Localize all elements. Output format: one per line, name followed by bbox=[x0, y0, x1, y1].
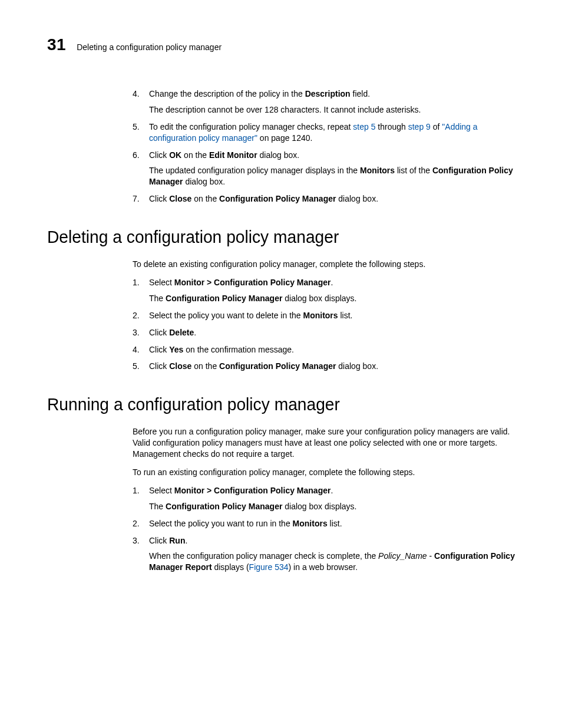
text-run: Configuration Policy Manager bbox=[166, 502, 282, 511]
text-run: Policy_Name bbox=[378, 551, 427, 561]
step-subtext: The description cannot be over 128 chara… bbox=[149, 104, 515, 116]
cross-reference-link[interactable]: step 5 bbox=[353, 122, 375, 131]
step-text: Select Monitor > Configuration Policy Ma… bbox=[149, 277, 515, 288]
step-text: Click Close on the Configuration Policy … bbox=[149, 361, 515, 372]
step-item: 1.Select Monitor > Configuration Policy … bbox=[133, 485, 515, 512]
step-number: 5. bbox=[133, 361, 140, 372]
step-subtext: The updated configuration policy manager… bbox=[149, 165, 515, 187]
text-run: dialog box. bbox=[336, 361, 378, 371]
step-item: 2.Select the policy you want to run in t… bbox=[133, 518, 515, 529]
text-run: OK bbox=[169, 150, 181, 160]
text-run: Select the policy you want to run in the bbox=[149, 519, 293, 528]
step-text: To edit the configuration policy manager… bbox=[149, 121, 515, 144]
heading-running: Running a configuration policy manager bbox=[47, 394, 487, 414]
text-run: Edit Monitor bbox=[209, 150, 257, 160]
step-number: 1. bbox=[133, 485, 140, 496]
step-item: 2.Select the policy you want to delete i… bbox=[133, 310, 515, 321]
intro-text: Before you run a configuration policy ma… bbox=[133, 426, 515, 460]
text-run: field. bbox=[351, 89, 370, 98]
text-run: Description bbox=[305, 89, 351, 98]
step-number: 3. bbox=[133, 535, 140, 546]
step-item: 4.Click Yes on the confirmation message. bbox=[133, 344, 515, 355]
text-run: When the configuration policy manager ch… bbox=[149, 551, 378, 561]
text-run: Monitors bbox=[360, 166, 395, 175]
step-text: Click Close on the Configuration Policy … bbox=[149, 193, 515, 205]
text-run: Select bbox=[149, 278, 174, 287]
text-run: dialog box. bbox=[336, 194, 378, 203]
text-run: dialog box. bbox=[257, 150, 300, 160]
text-run: The updated configuration policy manager… bbox=[149, 166, 360, 175]
cross-reference-link[interactable]: step 9 bbox=[408, 122, 431, 131]
section-running: Before you run a configuration policy ma… bbox=[47, 426, 515, 573]
text-run: Yes bbox=[169, 345, 183, 354]
step-subtext: The Configuration Policy Manager dialog … bbox=[149, 501, 515, 512]
text-run: Click bbox=[149, 345, 169, 354]
text-run: Close bbox=[169, 361, 191, 371]
step-number: 5. bbox=[133, 121, 140, 133]
text-run: Click bbox=[149, 328, 169, 337]
step-item: 3.Click Delete. bbox=[133, 327, 515, 338]
step-number: 4. bbox=[133, 344, 140, 355]
text-run: Monitors bbox=[303, 311, 338, 320]
text-run: The bbox=[149, 502, 166, 511]
step-item: 5.To edit the configuration policy manag… bbox=[133, 121, 515, 144]
step-text: Click OK on the Edit Monitor dialog box. bbox=[149, 150, 515, 161]
steps-list: 1.Select Monitor > Configuration Policy … bbox=[133, 277, 515, 372]
text-run: Click bbox=[149, 361, 169, 371]
step-text: Select the policy you want to delete in … bbox=[149, 310, 515, 321]
text-run: ) in a web browser. bbox=[289, 562, 358, 572]
text-run: . bbox=[185, 536, 187, 545]
step-item: 4.Change the description of the policy i… bbox=[133, 88, 515, 116]
step-subtext: The Configuration Policy Manager dialog … bbox=[149, 293, 515, 304]
running-header: 31 Deleting a configuration policy manag… bbox=[47, 35, 515, 54]
text-run: Configuration Policy Manager bbox=[219, 194, 336, 203]
cross-reference-link[interactable]: Figure 534 bbox=[249, 562, 289, 572]
step-number: 2. bbox=[133, 310, 140, 321]
steps-list: 1.Select Monitor > Configuration Policy … bbox=[133, 485, 515, 573]
step-number: 2. bbox=[133, 518, 140, 529]
step-item: 6.Click OK on the Edit Monitor dialog bo… bbox=[133, 150, 515, 188]
text-run: list. bbox=[328, 519, 342, 528]
step-text: Click Run. bbox=[149, 535, 515, 546]
text-run: . bbox=[194, 328, 196, 337]
step-text: Select Monitor > Configuration Policy Ma… bbox=[149, 485, 515, 496]
step-text: Change the description of the policy in … bbox=[149, 88, 515, 100]
text-run: Configuration Policy Manager bbox=[219, 361, 336, 371]
step-number: 4. bbox=[133, 88, 140, 100]
text-run: on the bbox=[191, 194, 219, 203]
step-text: Select the policy you want to run in the… bbox=[149, 518, 515, 529]
section-deleting: To delete an existing configuration poli… bbox=[47, 259, 515, 372]
text-run: Click bbox=[149, 536, 169, 545]
text-run: Delete bbox=[169, 328, 194, 337]
chapter-number: 31 bbox=[47, 35, 66, 54]
text-run: on the bbox=[181, 150, 209, 160]
text-run: - bbox=[427, 551, 434, 561]
text-run: list. bbox=[338, 311, 353, 320]
step-item: 3.Click Run.When the configuration polic… bbox=[133, 535, 515, 574]
text-run: Select bbox=[149, 486, 174, 495]
intro-text: To run an existing configuration policy … bbox=[133, 467, 515, 478]
text-run: Close bbox=[169, 194, 191, 203]
steps-list: 4.Change the description of the policy i… bbox=[133, 88, 515, 205]
step-item: 7.Click Close on the Configuration Polic… bbox=[133, 193, 515, 205]
text-run: . bbox=[330, 278, 333, 287]
section-continuation: 4.Change the description of the policy i… bbox=[47, 88, 515, 205]
step-number: 3. bbox=[133, 327, 140, 338]
text-run: dialog box displays. bbox=[282, 502, 356, 511]
text-run: Select the policy you want to delete in … bbox=[149, 311, 303, 320]
text-run: . bbox=[330, 486, 333, 495]
text-run: list of the bbox=[395, 166, 432, 175]
text-run: on the confirmation message. bbox=[183, 345, 294, 354]
text-run: dialog box displays. bbox=[282, 294, 356, 303]
text-run: Monitors bbox=[293, 519, 328, 528]
heading-deleting: Deleting a configuration policy manager bbox=[47, 227, 487, 247]
step-number: 6. bbox=[133, 150, 140, 161]
text-run: dialog box. bbox=[183, 177, 226, 186]
text-run: Change the description of the policy in … bbox=[149, 89, 305, 98]
text-run: Monitor > Configuration Policy Manager bbox=[174, 278, 331, 287]
text-run: on the bbox=[191, 361, 219, 371]
text-run: Monitor > Configuration Policy Manager bbox=[174, 486, 331, 495]
text-run: Configuration Policy Manager bbox=[166, 294, 282, 303]
text-run: through bbox=[375, 122, 408, 131]
step-text: Click Yes on the confirmation message. bbox=[149, 344, 515, 355]
